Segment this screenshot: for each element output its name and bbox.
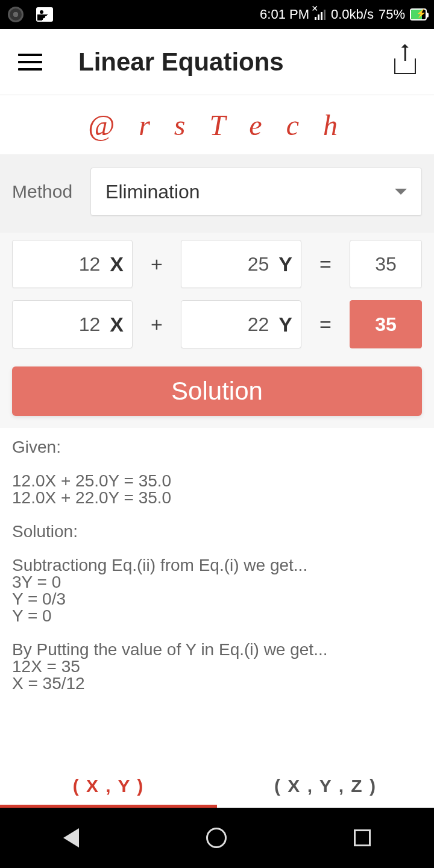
- tab-xy[interactable]: ( X , Y ): [0, 764, 217, 808]
- equals-sign: =: [301, 313, 350, 336]
- y-var-label: Y: [278, 253, 292, 276]
- home-icon[interactable]: [206, 828, 227, 848]
- eq2-const-value: 35: [375, 313, 397, 336]
- eq2-x-input[interactable]: 12 X: [12, 300, 133, 348]
- spinner-icon: [7, 6, 24, 23]
- method-selected: Elimination: [105, 181, 200, 203]
- battery-icon: [410, 6, 427, 23]
- chevron-down-icon: [395, 189, 407, 195]
- eq1-y-value: 25: [248, 253, 269, 275]
- method-label: Method: [12, 181, 72, 202]
- equation-area: 12 X + 25 Y = 35 12 X + 22 Y =: [0, 233, 434, 428]
- x-var-label: X: [110, 313, 124, 336]
- status-battery-pct: 75%: [379, 7, 405, 22]
- equals-sign: =: [301, 253, 350, 276]
- method-select[interactable]: Elimination: [90, 168, 422, 216]
- app-bar: Linear Equations: [0, 29, 434, 95]
- eq1-y-input[interactable]: 25 Y: [181, 240, 301, 288]
- gallery-icon: [36, 6, 53, 23]
- brand-strip: @ r s T e c h: [0, 95, 434, 154]
- eq1-x-value: 12: [79, 253, 101, 275]
- recent-icon[interactable]: [354, 829, 371, 846]
- eq1-x-input[interactable]: 12 X: [12, 240, 133, 288]
- solution-button[interactable]: Solution: [12, 366, 422, 416]
- y-var-label: Y: [278, 313, 292, 336]
- eq2-y-input[interactable]: 22 Y: [181, 300, 301, 348]
- eq2-x-value: 12: [79, 313, 101, 336]
- eq2-const-input[interactable]: 35: [350, 300, 422, 348]
- brand-text: @ r s T e c h: [88, 108, 346, 142]
- eq1-const-value: 35: [375, 253, 397, 275]
- signal-icon: [314, 8, 326, 20]
- system-nav-bar: [0, 808, 434, 868]
- plus-sign: +: [133, 253, 181, 276]
- plus-sign: +: [133, 313, 181, 336]
- menu-icon[interactable]: [18, 54, 42, 71]
- equation-row-2: 12 X + 22 Y = 35: [12, 300, 422, 348]
- status-bar: 6:01 PM 0.0kb/s 75%: [0, 0, 434, 29]
- eq2-y-value: 22: [248, 313, 269, 336]
- status-time: 6:01 PM: [260, 7, 309, 22]
- x-var-label: X: [110, 253, 124, 276]
- solution-output: Given: 12.0X + 25.0Y = 35.0 12.0X + 22.0…: [0, 428, 434, 764]
- back-icon[interactable]: [63, 828, 79, 848]
- tab-xyz[interactable]: ( X , Y , Z ): [217, 764, 434, 808]
- variable-tabs: ( X , Y ) ( X , Y , Z ): [0, 764, 434, 808]
- equation-row-1: 12 X + 25 Y = 35: [12, 240, 422, 288]
- status-netspeed: 0.0kb/s: [331, 7, 374, 22]
- share-icon[interactable]: [394, 50, 416, 74]
- page-title: Linear Equations: [78, 48, 284, 77]
- eq1-const-input[interactable]: 35: [350, 240, 422, 288]
- method-row: Method Elimination: [0, 154, 434, 233]
